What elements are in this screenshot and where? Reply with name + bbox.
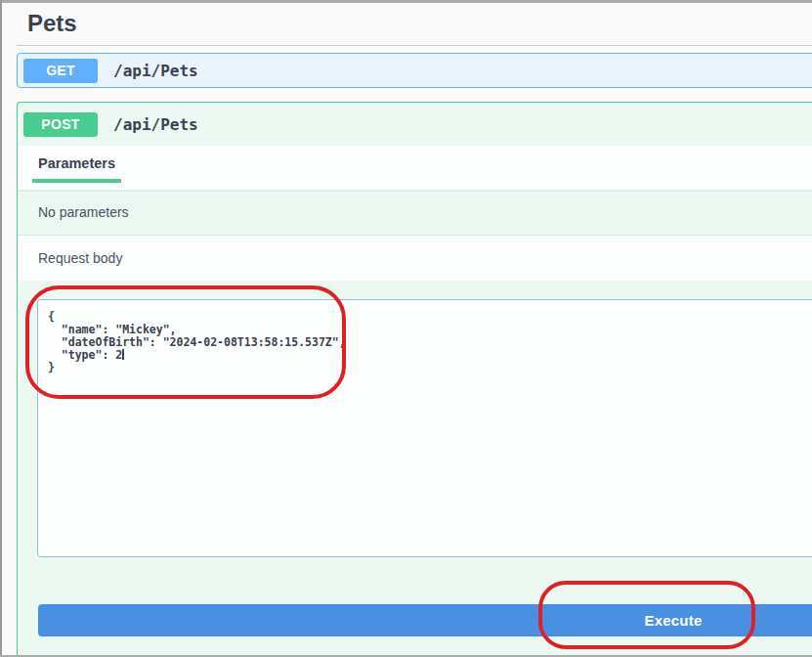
- request-body-editor[interactable]: { "name": "Mickey", "dateOfBirth": "2024…: [37, 299, 812, 557]
- request-body-section: { "name": "Mickey", "dateOfBirth": "2024…: [18, 282, 812, 557]
- no-parameters-row: No parameters: [18, 190, 812, 236]
- request-body-text-before-cursor: { "name": "Mickey", "dateOfBirth": "2024…: [48, 310, 346, 362]
- parameters-section-header: Parameters: [18, 146, 812, 190]
- post-method-badge: POST: [23, 112, 98, 137]
- tag-section-divider: [17, 45, 812, 46]
- execute-button[interactable]: Execute: [38, 604, 812, 636]
- post-endpoint-path: /api/Pets: [113, 115, 198, 134]
- endpoint-get-api-pets[interactable]: GET /api/Pets: [17, 53, 812, 88]
- get-endpoint-path: /api/Pets: [113, 62, 198, 80]
- text-cursor: [122, 349, 124, 360]
- no-parameters-text: No parameters: [38, 204, 129, 220]
- post-endpoint-header[interactable]: POST /api/Pets: [18, 103, 812, 146]
- tab-parameters[interactable]: Parameters: [32, 155, 121, 183]
- window-frame-left: [0, 0, 2, 657]
- endpoint-post-api-pets: POST /api/Pets Parameters No parameters …: [17, 102, 812, 655]
- page-title: Pets: [27, 10, 77, 37]
- window-frame-top: [0, 0, 812, 3]
- get-method-badge: GET: [23, 59, 98, 83]
- request-body-header-row: Request body: [18, 236, 812, 282]
- swagger-ui-page: Pets GET /api/Pets POST /api/Pets Parame…: [0, 0, 812, 657]
- request-body-label: Request body: [38, 250, 122, 266]
- request-body-text-after-cursor: }: [48, 361, 55, 374]
